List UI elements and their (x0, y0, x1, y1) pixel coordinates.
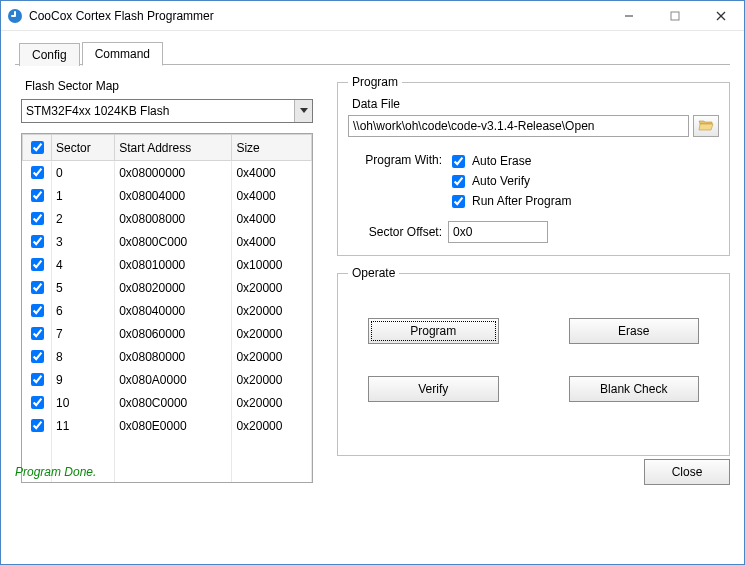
row-checkbox[interactable] (31, 419, 44, 432)
chevron-down-icon (294, 100, 312, 122)
cell-sector: 10 (52, 391, 115, 414)
column-header-start[interactable]: Start Address (115, 135, 232, 161)
run-after-checkbox[interactable] (452, 195, 465, 208)
cell-size: 0x4000 (232, 230, 312, 253)
table-row[interactable]: 100x080C00000x20000 (23, 391, 312, 414)
tab-strip: Config Command (19, 39, 730, 65)
cell-sector: 9 (52, 368, 115, 391)
cell-start: 0x08004000 (115, 184, 232, 207)
table-row[interactable]: 90x080A00000x20000 (23, 368, 312, 391)
svg-marker-7 (300, 108, 308, 113)
close-button[interactable]: Close (644, 459, 730, 485)
auto-erase-checkbox[interactable] (452, 155, 465, 168)
table-row[interactable]: 110x080E00000x20000 (23, 414, 312, 437)
program-with-label: Program With: (348, 151, 448, 211)
erase-button[interactable]: Erase (569, 318, 700, 344)
row-checkbox[interactable] (31, 258, 44, 271)
row-checkbox[interactable] (31, 350, 44, 363)
maximize-button[interactable] (652, 1, 698, 31)
blank-check-button[interactable]: Blank Check (569, 376, 700, 402)
cell-start: 0x08040000 (115, 299, 232, 322)
cell-sector: 7 (52, 322, 115, 345)
cell-start: 0x08020000 (115, 276, 232, 299)
cell-size: 0x20000 (232, 276, 312, 299)
cell-size: 0x20000 (232, 368, 312, 391)
browse-button[interactable] (693, 115, 719, 137)
data-file-input[interactable] (348, 115, 689, 137)
tab-command[interactable]: Command (82, 42, 163, 66)
device-select-value: STM32F4xx 1024KB Flash (26, 104, 294, 118)
tab-config[interactable]: Config (19, 43, 80, 66)
column-header-size[interactable]: Size (232, 135, 312, 161)
status-text: Program Done. (15, 465, 96, 479)
column-header-check[interactable] (23, 135, 52, 161)
table-row[interactable]: 00x080000000x4000 (23, 161, 312, 185)
cell-sector: 5 (52, 276, 115, 299)
cell-sector: 2 (52, 207, 115, 230)
table-row[interactable]: 40x080100000x10000 (23, 253, 312, 276)
row-checkbox[interactable] (31, 189, 44, 202)
cell-size: 0x10000 (232, 253, 312, 276)
svg-rect-4 (671, 12, 679, 20)
select-all-checkbox[interactable] (31, 141, 44, 154)
title-bar: CooCox Cortex Flash Programmer (1, 1, 744, 31)
cell-sector: 4 (52, 253, 115, 276)
operate-group: Operate Program Erase Verify Blank Check (337, 266, 730, 456)
cell-size: 0x20000 (232, 322, 312, 345)
cell-size: 0x20000 (232, 299, 312, 322)
sector-offset-input[interactable] (448, 221, 548, 243)
auto-verify-option[interactable]: Auto Verify (448, 171, 719, 191)
window-title: CooCox Cortex Flash Programmer (29, 9, 214, 23)
svg-rect-2 (11, 15, 15, 17)
table-row[interactable]: 60x080400000x20000 (23, 299, 312, 322)
folder-open-icon (698, 118, 714, 135)
program-button[interactable]: Program (368, 318, 499, 344)
operate-group-label: Operate (348, 266, 399, 280)
verify-button[interactable]: Verify (368, 376, 499, 402)
auto-verify-checkbox[interactable] (452, 175, 465, 188)
cell-start: 0x08080000 (115, 345, 232, 368)
app-icon (7, 8, 23, 24)
sector-map-label: Flash Sector Map (25, 79, 325, 93)
row-checkbox[interactable] (31, 235, 44, 248)
program-group: Program Data File Program With: (337, 75, 730, 256)
cell-sector: 6 (52, 299, 115, 322)
auto-erase-option[interactable]: Auto Erase (448, 151, 719, 171)
cell-sector: 3 (52, 230, 115, 253)
column-header-sector[interactable]: Sector (52, 135, 115, 161)
cell-start: 0x080A0000 (115, 368, 232, 391)
device-select[interactable]: STM32F4xx 1024KB Flash (21, 99, 313, 123)
cell-size: 0x20000 (232, 414, 312, 437)
data-file-label: Data File (352, 97, 719, 111)
run-after-option[interactable]: Run After Program (448, 191, 719, 211)
cell-size: 0x4000 (232, 207, 312, 230)
table-row[interactable]: 30x0800C0000x4000 (23, 230, 312, 253)
cell-sector: 11 (52, 414, 115, 437)
table-row[interactable]: 50x080200000x20000 (23, 276, 312, 299)
cell-start: 0x08000000 (115, 161, 232, 185)
sector-table: Sector Start Address Size 00x080000000x4… (21, 133, 313, 483)
cell-start: 0x08060000 (115, 322, 232, 345)
row-checkbox[interactable] (31, 396, 44, 409)
row-checkbox[interactable] (31, 327, 44, 340)
minimize-button[interactable] (606, 1, 652, 31)
row-checkbox[interactable] (31, 166, 44, 179)
cell-sector: 8 (52, 345, 115, 368)
table-row[interactable]: 10x080040000x4000 (23, 184, 312, 207)
row-checkbox[interactable] (31, 304, 44, 317)
close-window-button[interactable] (698, 1, 744, 31)
cell-start: 0x08008000 (115, 207, 232, 230)
table-row[interactable]: 70x080600000x20000 (23, 322, 312, 345)
row-checkbox[interactable] (31, 212, 44, 225)
cell-start: 0x080C0000 (115, 391, 232, 414)
table-row[interactable]: 80x080800000x20000 (23, 345, 312, 368)
table-row[interactable]: 20x080080000x4000 (23, 207, 312, 230)
program-group-label: Program (348, 75, 402, 89)
cell-size: 0x20000 (232, 391, 312, 414)
row-checkbox[interactable] (31, 373, 44, 386)
cell-start: 0x0800C000 (115, 230, 232, 253)
sector-offset-label: Sector Offset: (348, 225, 448, 239)
cell-sector: 0 (52, 161, 115, 185)
cell-size: 0x4000 (232, 184, 312, 207)
row-checkbox[interactable] (31, 281, 44, 294)
